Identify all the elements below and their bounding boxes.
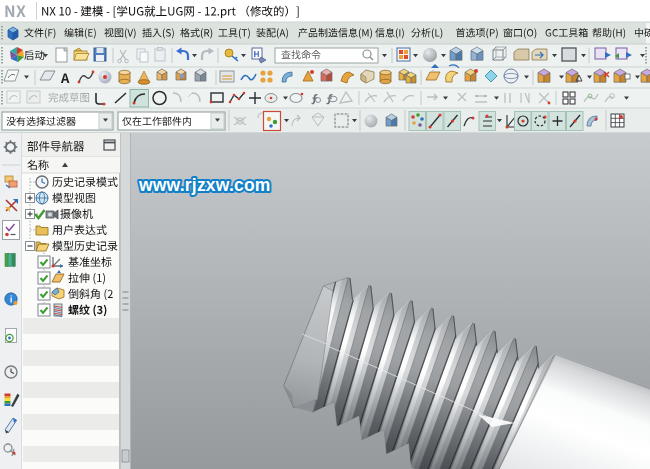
- svg-text:www.rjzxw.com: www.rjzxw.com: [138, 175, 271, 195]
